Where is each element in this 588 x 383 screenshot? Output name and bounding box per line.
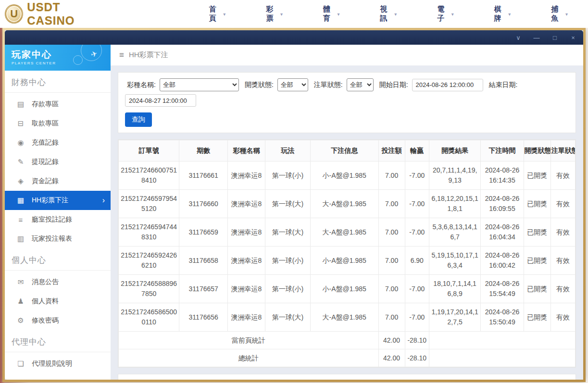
sidebar-item-agent-rules[interactable]: ❏代理規則說明 [5,354,111,373]
maximize-button[interactable]: □ [551,35,558,41]
nav-item-4[interactable]: 視訊▾ [360,0,417,28]
chevron-down-icon: ▾ [223,12,225,17]
cell-period: 31176660 [179,190,228,218]
col-header-bet-time: 下注時間 [481,140,524,161]
person-icon: ♟ [16,297,25,306]
cell-draw-status: 已開獎 [524,190,550,218]
sidebar-item-profile[interactable]: ♟個人資料 [5,292,111,311]
nav-item-5[interactable]: 電子▾ [417,0,474,28]
order-status-select[interactable]: 全部 [347,78,374,91]
goto-prefix-label: 第 [515,381,522,382]
minimize-button[interactable]: — [533,35,540,41]
sidebar-item-label: 廳室投註記錄 [32,215,72,224]
gear-icon: ⚙ [16,316,25,325]
menu-toggle-icon[interactable]: ≡ [119,50,124,60]
cell-period: 31176658 [179,247,228,275]
cell-win-loss: -7.00 [405,190,429,218]
cell-bet-time: 2024-08-26 15:50:49 [481,303,524,332]
cell-period: 31176657 [179,275,228,303]
nav-item-2[interactable]: 彩票▾ [246,0,303,28]
summary-winloss-total: -28.10 [405,349,429,367]
col-header-draw-status: 開獎狀態 [524,140,550,161]
summary-label: 總統計 [119,349,379,367]
main-content: ≡ HH彩票下注 彩種名稱: 全部 開獎狀態: 全部 [111,45,583,380]
summary-row: 總統計42.00-28.10 [119,349,575,367]
top-nav: U USDT CASINO 首頁▾彩票▾體育▾視訊▾電子▾棋牌▾捕魚▾ [0,0,588,28]
cell-win-loss: -7.00 [405,161,429,190]
sidebar-item-hall-bet-records[interactable]: ≡廳室投註記錄 [5,210,111,229]
cell-bet-time: 2024-08-26 16:00:42 [481,247,524,275]
decorative-circle [73,55,83,65]
cell-lottery-name: 澳洲幸运8 [228,161,265,190]
sidebar-item-withdraw[interactable]: ⊟取款專區 [5,114,111,133]
cell-bet-amount: 7.00 [378,218,405,247]
chevron-down-icon: ▾ [508,12,511,17]
lottery-name-select[interactable]: 全部 [160,78,239,91]
sidebar-item-withdrawal-records[interactable]: ✎提現記錄 [5,152,111,172]
chevron-down-icon: ▾ [280,12,283,17]
nav-item-6[interactable]: 棋牌▾ [474,0,531,28]
app-window: ∨—□× 玩家中心 PLAYERS CENTER ✈ 財務中心▤存款專區⊟取款專… [2,28,586,382]
close-button[interactable]: × [570,35,576,41]
search-button[interactable]: 查詢 [125,112,152,127]
end-date-input[interactable] [125,94,196,107]
cell-draw-status: 已開獎 [524,218,550,247]
cell-draw-result: 18,10,7,1,14,16,8,9 [429,275,480,303]
cell-draw-result: 1,19,17,20,14,12,7,5 [429,303,480,332]
table-footer: 每頁顯示20條 共6条 首页 上一页 1 下一页 第 页 跳转 [118,374,576,382]
collapse-button[interactable]: ∨ [515,35,522,41]
cell-play-type: 第一球(小) [265,161,310,190]
table-header-row: 訂單號期數彩種名稱玩法下注信息投注額輸贏開獎結果下注時間開獎狀態注單狀態 [119,140,575,161]
content-area: 彩種名稱: 全部 開獎狀態: 全部 注單狀態: 全部 [111,66,583,380]
cell-lottery-name: 澳洲幸运8 [228,218,265,247]
goto-jump-link[interactable]: 跳转 [555,381,569,382]
sidebar-item-label: 個人資料 [32,297,59,306]
table-row: 215217246588896785031176657澳洲幸运8第一球(小)小-… [119,275,575,303]
deposit-icon: ▤ [16,100,25,109]
bets-table-panel: 訂單號期數彩種名稱玩法下注信息投注額輸贏開獎結果下注時間開獎狀態注單狀態 215… [118,139,576,368]
cell-draw-status: 已開獎 [524,303,550,332]
breadcrumb: ≡ HH彩票下注 [111,45,583,66]
window-body: 玩家中心 PLAYERS CENTER ✈ 財務中心▤存款專區⊟取款專區◉充值記… [5,45,583,380]
sidebar-item-player-bet-report[interactable]: ▥玩家投注報表 [5,229,111,248]
nav-item-label: 視訊 [380,5,392,23]
sidebar-item-label: 資金記錄 [32,177,59,185]
cell-order-status: 有效 [550,275,575,303]
sidebar-item-deposit[interactable]: ▤存款專區 [5,95,111,114]
sidebar-item-change-password[interactable]: ⚙修改密碼 [5,311,111,330]
cell-order-no: 2152172465865000110 [119,303,179,332]
cell-bet-amount: 7.00 [378,247,405,275]
cell-period: 31176661 [179,161,228,190]
sidebar-item-label: 提現記錄 [32,158,59,166]
sidebar-item-label: 玩家投注報表 [32,235,72,243]
cell-win-loss: -7.00 [405,218,429,247]
start-date-input[interactable] [412,79,483,91]
page-title: HH彩票下注 [129,50,168,60]
logo-icon: U [5,4,23,24]
nav-item-3[interactable]: 體育▾ [303,0,360,28]
filter-row: 彩種名稱: 全部 開獎狀態: 全部 注單狀態: 全部 [125,78,569,107]
summary-winloss-total: -28.10 [405,332,429,349]
sidebar-item-recharge-records[interactable]: ◉充值記錄 [5,133,111,152]
prev-page-link[interactable]: 上一页 [454,381,474,382]
sidebar-item-hh-lottery-bets[interactable]: ▦HH彩票下注› [5,191,111,210]
draw-status-select[interactable]: 全部 [277,78,308,91]
sidebar-item-funds-records[interactable]: ◈資金記錄 [5,172,111,191]
table-row: 215217246600751841031176661澳洲幸运8第一球(小)小-… [119,161,575,190]
window-controls: ∨—□× [515,35,576,41]
summary-row: 當前頁統計42.00-28.10 [119,332,575,349]
nav-item-1[interactable]: 首頁▾ [189,0,246,28]
next-page-link[interactable]: 下一页 [491,381,511,382]
chevron-down-icon: ▾ [451,12,454,17]
nav-item-7[interactable]: 捕魚▾ [531,0,588,28]
withdraw-icon: ⊟ [16,119,25,128]
sidebar-item-announcements[interactable]: ✉消息公告 [5,272,111,292]
cell-period: 31176659 [179,218,228,247]
col-header-play-type: 玩法 [265,140,310,161]
summary-empty-cell [429,332,575,349]
goto-page-input[interactable] [526,380,540,382]
first-page-link[interactable]: 首页 [436,381,450,382]
page-size-text: 每頁顯示20條 [125,381,166,382]
sidebar-item-label: 存款專區 [32,100,59,109]
logo[interactable]: U USDT CASINO [5,0,107,27]
